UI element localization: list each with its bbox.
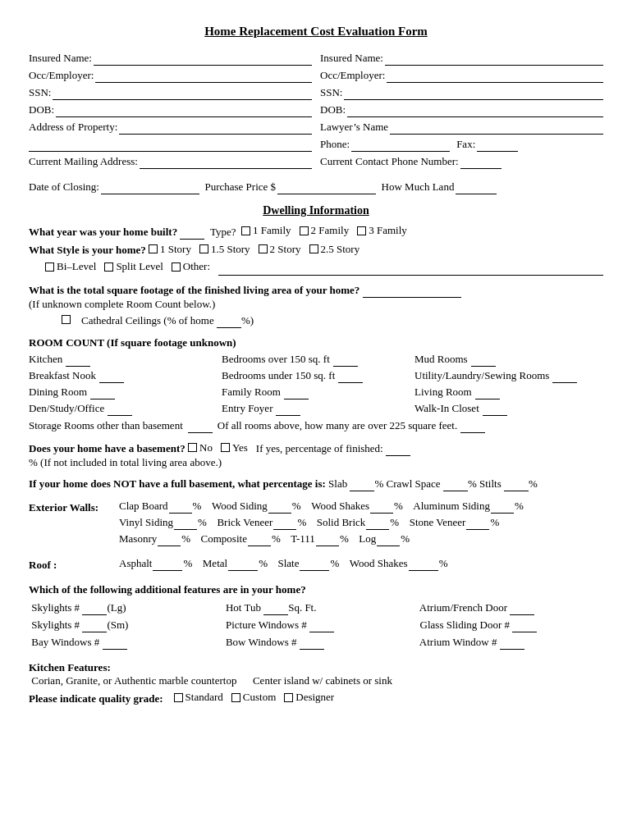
other-field[interactable] [218,262,603,276]
ext-solid-brick: Solid Brick % [311,516,399,530]
family-1-label: 1 Family [253,224,291,237]
basement-yes-checkbox[interactable] [221,443,230,452]
story-25-checkbox[interactable] [309,244,318,253]
room-kitchen-field[interactable] [66,353,90,367]
phone-field[interactable] [351,138,450,152]
exterior-row-1: Clap Board % Wood Siding % Wood Shakes %… [119,500,524,514]
room-walkin-field[interactable] [483,402,507,416]
stilts-field[interactable] [504,477,529,491]
family-3-checkbox[interactable] [357,226,366,235]
ext-stone-veneer: Stone Veneer % [404,516,499,530]
mailing-row: Current Mailing Address: [29,155,312,169]
address-row-2 [29,138,312,152]
story-2-option[interactable]: 2 Story [259,243,301,256]
sqft-field[interactable] [363,284,461,298]
contact-phone-field[interactable] [460,155,501,169]
insured-name-2-row: Insured Name: [320,52,603,66]
room-bedrooms-under: Bedrooms under 150 sq. ft [222,369,410,383]
occ-employer-1-field[interactable] [95,69,312,83]
quality-standard-option[interactable]: Standard [174,691,223,704]
quality-designer-checkbox[interactable] [284,693,293,702]
other-checkbox[interactable] [172,262,181,272]
lawyers-name-label: Lawyer’s Name [320,121,388,134]
dob-2-field[interactable] [347,103,603,117]
basement-yes-option[interactable]: Yes [221,441,248,454]
cathedral-checkbox[interactable] [62,315,71,324]
basement-note: If yes, percentage of finished: [256,442,383,455]
quality-standard-label: Standard [185,691,223,704]
basement-yes-label: Yes [232,441,248,454]
family-1-option[interactable]: 1 Family [241,224,291,237]
mailing-field[interactable] [140,155,312,169]
ext-log: Log % [354,532,410,546]
dob-2-label: DOB: [320,103,346,116]
stilts-label: Stilts [479,477,501,491]
quality-custom-checkbox[interactable] [231,693,240,702]
address-field[interactable] [119,121,312,135]
room-utility-field[interactable] [552,369,577,383]
ssn-1-label: SSN: [29,86,51,99]
story-15-checkbox[interactable] [199,244,208,253]
year-built-field[interactable] [180,226,204,240]
rooms-over-225-field[interactable] [460,419,485,433]
room-den-field[interactable] [108,402,132,416]
room-foyer: Entry Foyer [222,402,410,416]
room-living-field[interactable] [475,386,500,399]
room-storage-field[interactable] [188,419,213,433]
room-bedrooms-over: Bedrooms over 150 sq. ft [222,353,410,367]
room-bedrooms-over-field[interactable] [333,353,358,367]
cathedral-checkbox-item[interactable] [62,315,73,324]
room-living: Living Room [414,386,603,399]
closing-row: Date of Closing: Purchase Price $ How Mu… [29,180,603,194]
story-1-checkbox[interactable] [149,244,158,253]
basement-pct-field[interactable] [386,442,410,456]
slab-field[interactable] [350,477,374,491]
story-1-option[interactable]: 1 Story [149,243,191,256]
crawl-space-field[interactable] [443,477,468,491]
quality-custom-option[interactable]: Custom [231,691,276,704]
family-1-checkbox[interactable] [241,226,250,235]
fax-field[interactable] [477,138,518,152]
other-option[interactable]: Other: [172,260,210,273]
room-family-field[interactable] [284,386,309,399]
split-level-checkbox[interactable] [104,262,113,272]
land-field[interactable] [456,180,497,194]
quality-standard-checkbox[interactable] [174,693,183,702]
ssn-2-field[interactable] [344,86,603,100]
address-field-2[interactable] [29,138,312,152]
roof-slate: Slate % [272,557,339,571]
bi-level-option[interactable]: Bi–Level [45,260,96,273]
roof-wrapper: Roof : Asphalt % Metal % Slate % Wood Sh… [29,557,603,573]
ext-composite: Composite % [195,532,281,546]
room-foyer-field[interactable] [276,402,300,416]
occ-employer-2-field[interactable] [387,69,603,83]
split-level-option[interactable]: Split Level [104,260,163,273]
family-2-checkbox[interactable] [300,226,309,235]
quality-designer-option[interactable]: Designer [284,691,334,704]
no-basement-section: If your home does NOT have a full baseme… [29,477,603,491]
story-15-option[interactable]: 1.5 Story [199,243,250,256]
story-2-checkbox[interactable] [259,244,268,253]
room-mud-field[interactable] [471,353,496,367]
basement-no-checkbox[interactable] [188,443,197,452]
ssn-1-field[interactable] [53,86,312,100]
family-2-option[interactable]: 2 Family [300,224,350,237]
insured-name-2-field[interactable] [385,52,603,66]
cathedral-pct-field[interactable] [217,314,241,328]
dob-1-field[interactable] [56,103,312,117]
family-3-option[interactable]: 3 Family [357,224,407,237]
lawyers-name-field[interactable] [390,121,603,135]
insured-name-1-field[interactable] [94,52,312,66]
story-25-option[interactable]: 2.5 Story [309,243,360,256]
story-2-label: 2 Story [270,243,301,256]
room-dining-field[interactable] [90,386,115,399]
bi-level-checkbox[interactable] [45,262,54,272]
room-breakfast-field[interactable] [99,369,124,383]
date-closing-field[interactable] [101,180,199,194]
storage-row: Storage Rooms other than basement Of all… [29,419,603,433]
exterior-label: Exterior Walls: [29,501,119,514]
purchase-price-field[interactable] [277,180,376,194]
room-bedrooms-under-field[interactable] [338,369,363,383]
basement-no-option[interactable]: No [188,441,213,454]
roof-label: Roof : [29,559,119,572]
